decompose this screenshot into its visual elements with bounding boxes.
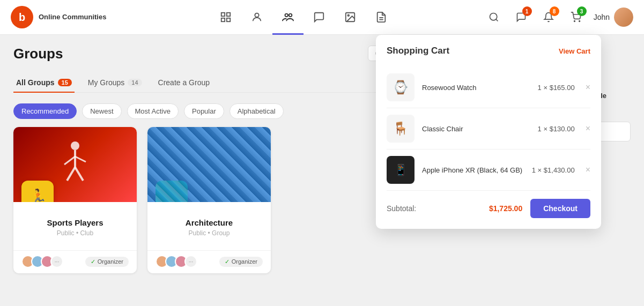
cart-badge: 3 — [577, 6, 587, 16]
view-cart-link[interactable]: View Cart — [559, 47, 590, 55]
svg-point-11 — [490, 13, 497, 20]
svg-line-20 — [75, 167, 83, 181]
sports-figure-icon — [51, 138, 99, 191]
svg-point-4 — [255, 13, 258, 17]
tab-all-groups[interactable]: All Groups 15 — [13, 73, 75, 92]
cart-item-chair: 🪑 Classic Chair 1 × $130.00 × — [387, 108, 590, 150]
nav-profile[interactable] — [241, 0, 272, 35]
cart-item-name-iphone: Apple iPhone XR (Black, 64 GB) — [422, 166, 524, 174]
cart-overlay: Shopping Cart View Cart ⌚ Rosewood Watch… — [376, 35, 601, 229]
svg-line-19 — [67, 167, 75, 181]
svg-rect-3 — [226, 18, 230, 21]
group-card-architecture[interactable]: Architecture Public • Group ··· — [147, 127, 271, 273]
group-image-sports: 🏃 — [13, 127, 137, 202]
arch-group-name: Architecture — [156, 218, 263, 227]
cart-button[interactable]: 3 — [566, 8, 586, 27]
arch-card-footer: ··· ✓ Organizer — [147, 250, 271, 273]
group-image-architecture — [147, 127, 271, 202]
check-icon: ✓ — [225, 258, 230, 265]
cart-remove-chair[interactable]: × — [586, 124, 590, 133]
cart-remove-iphone[interactable]: × — [586, 165, 590, 175]
messages-badge: 1 — [522, 6, 532, 16]
tab-create-group[interactable]: Create a Group — [156, 73, 213, 92]
cart-item-img-chair: 🪑 — [387, 115, 414, 143]
my-groups-count: 14 — [128, 79, 142, 86]
tab-my-groups[interactable]: My Groups 14 — [85, 73, 145, 92]
svg-rect-1 — [226, 13, 230, 16]
svg-line-18 — [75, 156, 86, 162]
check-icon: ✓ — [91, 258, 95, 265]
more-members: ··· — [50, 255, 63, 268]
more-members: ··· — [184, 255, 197, 268]
svg-rect-0 — [221, 13, 224, 16]
cart-item-iphone: 📱 Apple iPhone XR (Black, 64 GB) 1 × $1,… — [387, 150, 590, 191]
arch-group-meta: Public • Group — [156, 229, 263, 237]
subtotal-amount: $1,725.00 — [489, 204, 522, 213]
notifications-badge: 8 — [550, 6, 559, 16]
logo-icon: b — [11, 6, 33, 28]
header: b Online Communities 1 — [0, 0, 644, 35]
main-nav — [122, 0, 484, 35]
cart-item-price-iphone: 1 × $1,430.00 — [532, 166, 575, 174]
filter-alpha[interactable]: Alphabetical — [230, 103, 284, 119]
search-button[interactable] — [484, 8, 504, 27]
nav-media[interactable] — [335, 0, 366, 35]
nav-messages[interactable] — [304, 0, 335, 35]
cart-item-img-watch: ⌚ — [387, 73, 414, 101]
svg-line-17 — [64, 156, 75, 165]
user-name: John — [594, 13, 610, 21]
sports-group-name: Sports Players — [21, 218, 129, 227]
cart-title: Shopping Cart — [387, 46, 449, 56]
app-name: Online Communities — [39, 13, 106, 22]
nav-groups[interactable] — [272, 0, 304, 35]
sports-card-body: Sports Players Public • Club — [13, 202, 137, 250]
svg-point-6 — [288, 14, 292, 17]
subtotal-label: Subtotal: — [387, 204, 416, 213]
user-avatar — [614, 8, 633, 27]
messages-button[interactable]: 1 — [512, 8, 531, 27]
filter-popular[interactable]: Popular — [184, 103, 224, 119]
organizer-badge-sports: ✓ Organizer — [85, 257, 129, 267]
svg-point-8 — [347, 14, 349, 16]
svg-point-13 — [579, 21, 580, 22]
cart-item-price-watch: 1 × $165.00 — [538, 84, 575, 92]
arch-card-body: Architecture Public • Group — [147, 202, 271, 250]
cart-remove-watch[interactable]: × — [586, 83, 590, 92]
nav-docs[interactable] — [366, 0, 397, 35]
sports-group-icon: 🏃 — [21, 181, 54, 202]
cart-item-price-chair: 1 × $130.00 — [538, 125, 575, 133]
svg-point-15 — [71, 141, 79, 150]
svg-point-5 — [285, 14, 288, 17]
svg-rect-2 — [221, 18, 224, 21]
sports-members: ··· — [21, 255, 60, 268]
cart-header: Shopping Cart View Cart — [387, 46, 590, 56]
cart-subtotal: Subtotal: $1,725.00 Checkout — [387, 199, 590, 218]
cart-item-name-chair: Classic Chair — [422, 125, 530, 133]
group-card-sports[interactable]: 🏃 Sports Players Public • Club — [13, 127, 137, 273]
all-groups-count: 15 — [58, 79, 72, 86]
notifications-button[interactable]: 8 — [539, 8, 558, 27]
filter-newest[interactable]: Newest — [82, 103, 121, 119]
logo[interactable]: b Online Communities — [11, 6, 106, 28]
svg-point-12 — [574, 21, 575, 22]
cart-item-watch: ⌚ Rosewood Watch 1 × $165.00 × — [387, 67, 590, 108]
page-title: Groups — [13, 46, 63, 62]
arch-members: ··· — [156, 255, 194, 268]
sports-group-meta: Public • Club — [21, 229, 129, 237]
nav-activity[interactable] — [210, 0, 241, 35]
user-menu[interactable]: John — [594, 8, 633, 27]
filter-active[interactable]: Most Active — [127, 103, 179, 119]
cart-item-img-iphone: 📱 — [387, 156, 414, 184]
checkout-button[interactable]: Checkout — [530, 199, 590, 218]
organizer-badge-arch: ✓ Organizer — [219, 257, 263, 267]
sports-card-footer: ··· ✓ Organizer — [13, 250, 137, 273]
arch-group-icon — [156, 181, 188, 202]
cart-item-name-watch: Rosewood Watch — [422, 84, 530, 92]
filter-recommended[interactable]: Recommended — [13, 103, 77, 119]
header-right: 1 8 3 John — [484, 8, 633, 27]
